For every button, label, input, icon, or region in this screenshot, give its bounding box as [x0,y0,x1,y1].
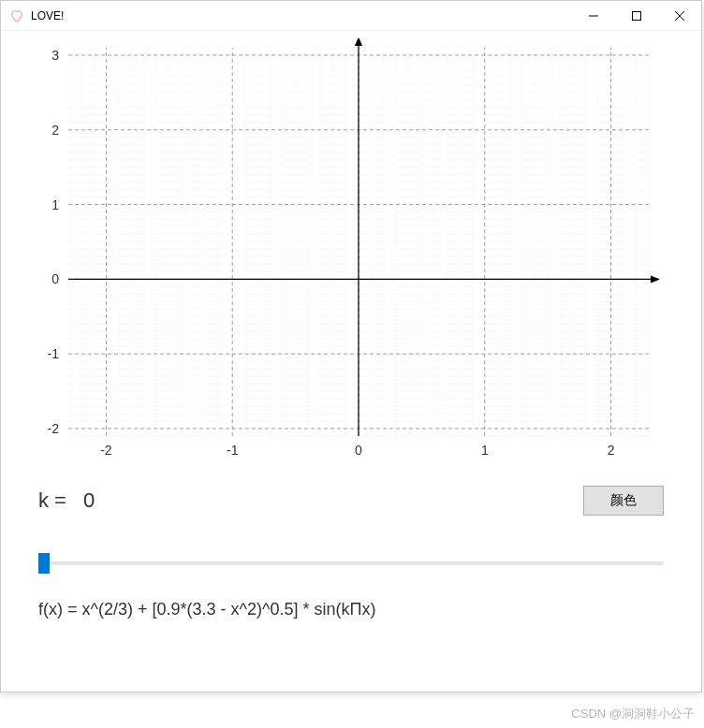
color-button[interactable]: 颜色 [583,486,664,516]
window-controls [572,1,701,30]
close-button[interactable] [658,1,701,31]
k-value: 0 [83,488,95,513]
k-label: k = [38,488,66,513]
svg-text:0: 0 [51,271,59,286]
app-window: LOVE! -2-1012-2-10123 k = 0 颜色 [0,0,702,692]
svg-marker-117 [355,38,362,46]
chart-panel: -2-1012-2-10123 [22,38,666,469]
svg-text:-2: -2 [48,421,60,436]
titlebar: LOVE! [1,1,701,31]
window-title: LOVE! [31,9,572,22]
svg-text:-1: -1 [227,443,239,458]
svg-text:3: 3 [51,48,59,63]
slider-thumb[interactable] [38,553,50,574]
chart-axes: -2-1012-2-10123 [22,38,667,469]
controls-row: k = 0 颜色 [29,486,673,516]
minimize-button[interactable] [572,1,615,31]
svg-text:2: 2 [608,443,615,458]
formula-text: f(x) = x^(2/3) + [0.9*(3.3 - x^2)^0.5] *… [29,600,673,619]
k-slider[interactable] [38,553,664,574]
svg-text:2: 2 [51,123,59,138]
svg-text:-1: -1 [48,346,60,361]
svg-marker-115 [651,275,660,283]
slider-track [38,561,664,565]
svg-text:0: 0 [355,443,362,458]
svg-text:1: 1 [481,443,489,458]
slider-container [29,553,673,574]
content-area: -2-1012-2-10123 k = 0 颜色 f(x) = x^(2/3) … [1,31,701,619]
svg-text:-2: -2 [100,443,112,458]
watermark: CSDN @洞洞鞋小公子 [571,706,695,722]
heart-icon [8,7,25,24]
svg-text:1: 1 [51,197,59,212]
svg-rect-1 [633,12,641,21]
maximize-button[interactable] [615,1,658,31]
